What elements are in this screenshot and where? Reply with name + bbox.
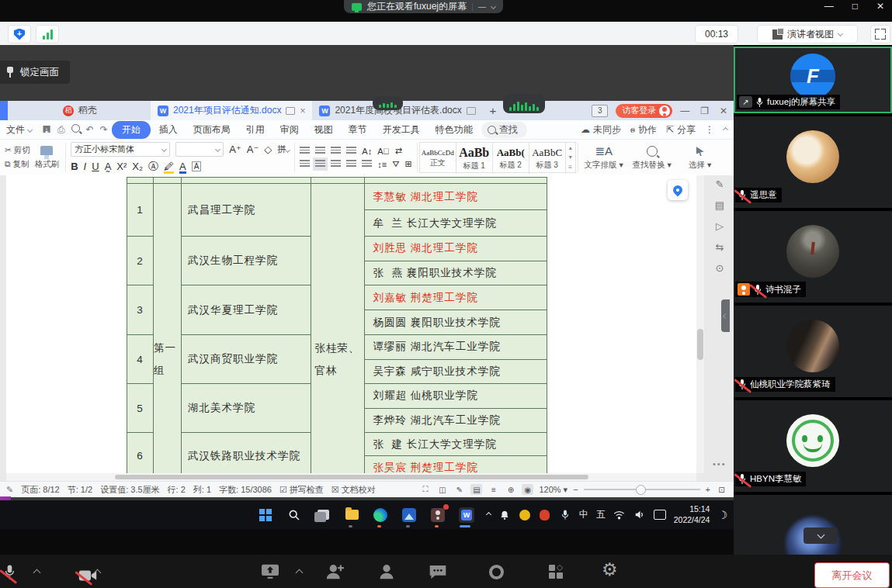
shading-button[interactable]: ⛛	[392, 159, 399, 169]
menu-item-page-layout[interactable]: 页面布局	[186, 122, 238, 138]
start-button[interactable]	[256, 506, 275, 524]
style-heading3[interactable]: AaBbC 标题 3	[529, 143, 566, 174]
menu-item-view[interactable]: 视图	[307, 122, 340, 138]
borders-button[interactable]: ⊞	[404, 159, 411, 169]
volume-icon[interactable]	[633, 509, 646, 521]
participant-tile[interactable]: 仙桃职业学院蔡紫琦	[734, 306, 892, 397]
italic-button[interactable]: I	[84, 161, 87, 172]
print-icon[interactable]: ⎙	[57, 124, 65, 135]
text-rotate-button[interactable]: A⃞	[377, 147, 390, 156]
participant-tile[interactable]: 遥思意	[734, 116, 892, 208]
decrease-font-button[interactable]: A⁻	[247, 144, 259, 155]
subscript-button[interactable]: X₂	[132, 161, 143, 172]
tray-overflow-icon[interactable]	[486, 512, 491, 517]
edit-pen-icon[interactable]: ✎	[716, 178, 724, 190]
tray-mascot-icon[interactable]	[539, 509, 551, 521]
more-tools-icon[interactable]: •••	[713, 459, 727, 469]
tray-mic-icon[interactable]	[559, 509, 571, 521]
edge-browser-icon[interactable]	[371, 506, 390, 524]
panel-collapse-handle[interactable]	[721, 299, 730, 332]
highlight-color-button[interactable]: 🖉	[164, 161, 174, 172]
invite-button[interactable]	[325, 563, 345, 583]
preview-icon[interactable]	[71, 124, 80, 135]
night-mode-icon[interactable]: ☽	[717, 509, 727, 521]
outline-view-icon[interactable]: ≡	[488, 484, 499, 495]
style-normal[interactable]: AaBbCcDd 正文	[420, 143, 456, 174]
zoom-value[interactable]: 120% ▾	[539, 485, 567, 495]
maximize-button[interactable]: □	[852, 1, 858, 12]
zoom-in-button[interactable]: +	[706, 485, 710, 494]
web-view-icon[interactable]: ⊕	[505, 484, 516, 495]
view-mode-button[interactable]: 演讲者视图	[757, 25, 858, 43]
task-view-icon[interactable]	[314, 506, 332, 524]
wifi-icon[interactable]	[613, 509, 626, 521]
mic-muted-button[interactable]	[3, 569, 19, 583]
tab-pin-icon[interactable]	[467, 107, 476, 115]
close-button[interactable]: ✕	[876, 1, 884, 12]
find-replace-button[interactable]: 查找替换 ▾	[628, 140, 676, 175]
horizontal-scrollbar[interactable]	[6, 473, 696, 481]
collapse-ribbon-icon[interactable]	[723, 126, 728, 132]
pinyin-tool-button[interactable]: 拼	[277, 144, 290, 155]
share-screen-button[interactable]	[261, 563, 279, 583]
banner-collapse-button[interactable]: —	[478, 2, 486, 11]
wps-home-button[interactable]	[0, 101, 8, 120]
number-list-button[interactable]	[315, 147, 325, 155]
guest-login-button[interactable]: 访客登录	[616, 104, 672, 118]
style-heading1[interactable]: AaBb 标题 1	[456, 143, 493, 174]
zoom-slider-knob[interactable]	[636, 485, 646, 495]
clipboard-icon[interactable]: ▤	[715, 199, 724, 211]
collaborate-button[interactable]: ꮻ 协作	[630, 123, 657, 137]
pen-tablet-icon[interactable]	[654, 509, 666, 521]
help-icon[interactable]: ⊙	[716, 262, 724, 274]
style-heading2[interactable]: AaBb( 标题 2	[493, 143, 529, 174]
participant-tile-partial[interactable]	[734, 495, 892, 555]
copy-button[interactable]: ⧉ 复制	[5, 159, 30, 170]
fullscreen-button[interactable]	[870, 25, 890, 43]
chevron-down-icon[interactable]	[491, 4, 496, 9]
ime-mode-indicator[interactable]: 中	[579, 508, 588, 521]
font-size-select[interactable]	[175, 142, 224, 157]
increase-font-button[interactable]: A⁺	[229, 144, 241, 155]
redo-icon[interactable]: ↷	[100, 124, 108, 135]
new-tab-button[interactable]: +	[483, 101, 503, 120]
justify-button[interactable]	[346, 160, 356, 168]
align-right-button[interactable]	[331, 160, 341, 168]
spellcheck-toggle[interactable]: ☑ 拼写检查	[279, 484, 324, 496]
superscript-button[interactable]: X²	[116, 161, 127, 172]
wps-app-icon[interactable]: W	[457, 506, 476, 524]
meeting-app-icon[interactable]	[429, 506, 447, 524]
proofread-toggle[interactable]: ☒ 文档校对	[331, 484, 376, 496]
participant-tile-sharer[interactable]: F fuxuej的屏幕共享	[734, 47, 892, 113]
ime-layout-indicator[interactable]: 五	[596, 508, 606, 521]
taskbar-clock[interactable]: 15:14 2022/4/24	[674, 504, 710, 524]
wps-close-button[interactable]: ✕	[720, 105, 727, 116]
align-center-button[interactable]	[315, 160, 325, 168]
save-icon[interactable]: 🖪	[42, 124, 51, 135]
clear-format-button[interactable]: ◇	[264, 144, 272, 155]
tab-docer[interactable]: 稻 稻壳	[56, 101, 104, 120]
tab-pin-icon[interactable]	[286, 107, 295, 115]
menu-item-home[interactable]: 开始	[112, 121, 151, 139]
char-shading-button[interactable]: A	[192, 161, 202, 171]
participant-tile[interactable]: HBYN李慧敏	[734, 400, 892, 492]
char-scale-button[interactable]: A̰	[105, 161, 112, 172]
menu-item-review[interactable]: 审阅	[273, 122, 306, 138]
notification-bell-icon[interactable]	[498, 509, 511, 521]
menu-item-special[interactable]: 特色功能	[429, 122, 480, 138]
meeting-security-button[interactable]	[8, 25, 31, 43]
chat-button[interactable]	[429, 564, 447, 583]
tab-doc1[interactable]: W 2021年项目评估通知.docx ×	[151, 101, 312, 120]
align-left-button[interactable]	[300, 160, 310, 168]
bold-button[interactable]: B	[71, 161, 78, 172]
menu-item-section[interactable]: 章节	[342, 122, 374, 138]
watching-banner[interactable]: 您正在观看fuxuej的屏幕 —	[344, 0, 503, 13]
wps-minimize-button[interactable]: —	[680, 105, 689, 116]
text-layout-button[interactable]: ≣A 文字排版 ▾	[580, 140, 628, 175]
line-spacing-button[interactable]: ↕≡	[377, 160, 387, 169]
participant-tile[interactable]: 诗书混子	[734, 211, 892, 303]
share-button[interactable]: ⇱ 分享	[666, 123, 696, 137]
zoom-out-button[interactable]: −	[573, 485, 578, 494]
decrease-indent-button[interactable]	[331, 147, 341, 155]
eye-protect-icon[interactable]: ◉	[522, 484, 533, 495]
